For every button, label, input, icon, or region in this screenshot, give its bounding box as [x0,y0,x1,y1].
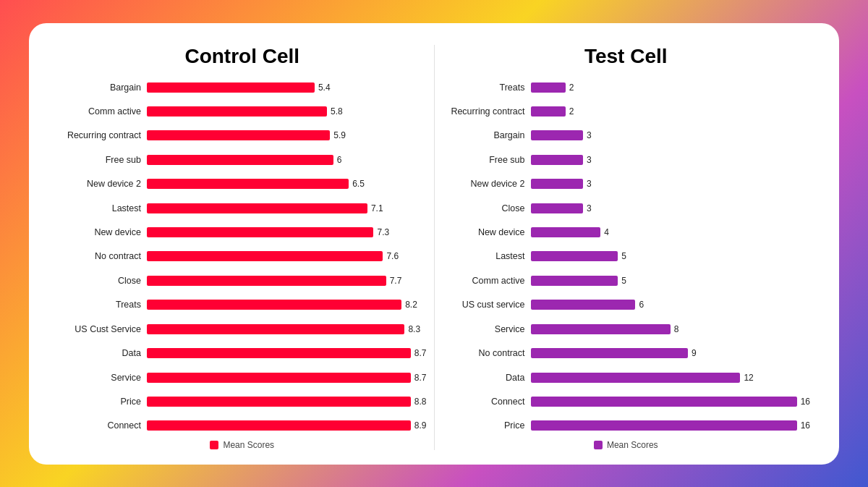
bar-fill [531,324,671,334]
bar-row: Bargain3 [442,127,811,143]
bar-fill [531,251,618,261]
bar-row: US Cust Service8.3 [58,321,427,337]
bar-fill [531,155,583,165]
bar-row: Connect16 [442,394,811,410]
bar-row: Service8.7 [58,370,427,386]
bar-track: 8.2 [147,300,427,310]
bar-track: 8.7 [147,348,427,358]
bar-track: 6 [531,300,811,310]
bar-label: Treats [58,300,141,310]
bar-value: 16 [801,420,810,431]
bar-fill [147,179,349,189]
bar-row: Treats2 [442,80,811,96]
bar-fill [147,420,411,431]
bar-track: 7.7 [147,276,427,286]
bar-value: 2 [569,82,574,93]
bar-label: Free sub [58,155,141,165]
bar-row: Data12 [442,370,811,386]
bar-value: 2 [569,106,574,117]
bar-fill [147,324,404,334]
bar-track: 8.3 [147,324,427,334]
bar-fill [531,130,583,140]
bar-label: Recurring contract [58,130,141,140]
bar-label: New device [58,227,141,237]
bar-row: US cust service6 [442,297,811,313]
bar-value: 8.8 [414,397,427,407]
bar-fill [147,155,333,165]
bar-value: 5 [621,251,626,261]
bar-track: 8.8 [147,397,427,407]
bar-label: New device 2 [58,179,141,189]
bar-row: Connect8.9 [58,418,427,433]
bar-fill [147,130,330,140]
bar-value: 8.9 [414,420,427,431]
bar-label: Bargain [58,82,141,93]
bar-track: 9 [531,348,811,358]
bar-row: Comm active5 [442,273,811,289]
bar-value: 5.9 [333,130,346,140]
bar-label: US cust service [442,300,525,310]
bar-fill [147,203,367,213]
bar-fill [147,397,411,407]
bar-fill [531,420,797,431]
bar-value: 3 [587,179,592,189]
bar-fill [531,276,618,286]
bar-fill [531,348,688,358]
bar-label: Price [442,420,525,431]
bar-fill [147,106,327,117]
bar-label: Lastest [58,203,141,213]
bar-track: 6 [147,155,427,165]
bar-track: 3 [531,203,811,213]
bar-value: 4 [604,227,609,237]
bar-track: 4 [531,227,811,237]
bar-value: 7.1 [371,203,383,213]
chart-divider [434,45,435,450]
bar-track: 16 [531,420,811,431]
bar-track: 8.9 [147,420,427,431]
control-chart-area: Bargain5.4Comm active5.8Recurring contra… [58,80,427,434]
bar-fill [531,82,566,93]
bar-value: 5.4 [318,82,331,93]
bar-track: 8 [531,324,811,334]
control-legend: Mean Scores [58,440,427,450]
bar-track: 7.3 [147,227,427,237]
bar-track: 3 [531,179,811,189]
bar-fill [531,203,583,213]
test-legend: Mean Scores [442,440,811,450]
bar-row: New device7.3 [58,224,427,240]
bar-label: Comm active [442,276,525,286]
bar-fill [147,373,411,383]
charts-container: Control Cell Bargain5.4Comm active5.8Rec… [58,45,810,450]
bar-row: Close7.7 [58,273,427,289]
bar-value: 5 [621,276,626,286]
bar-value: 7.7 [390,276,402,286]
bar-label: US Cust Service [58,324,141,334]
bar-label: Service [442,324,525,334]
bar-row: Lastest5 [442,248,811,264]
bar-fill [147,82,315,93]
bar-label: No contract [442,348,525,358]
bar-label: New device [442,227,525,237]
bar-value: 6.5 [352,179,365,189]
bar-value: 8.7 [414,348,427,358]
bar-track: 5.8 [147,106,427,117]
bar-track: 12 [531,373,811,383]
bar-value: 7.6 [386,251,399,261]
bar-label: New device 2 [442,179,525,189]
control-cell-section: Control Cell Bargain5.4Comm active5.8Rec… [58,45,427,450]
bar-track: 8.7 [147,373,427,383]
bar-label: Price [58,397,141,407]
bar-fill [531,397,797,407]
bar-fill [531,227,601,237]
bar-fill [531,373,741,383]
bar-track: 3 [531,130,811,140]
bar-row: New device 26.5 [58,176,427,192]
bar-row: Recurring contract2 [442,103,811,119]
bar-value: 12 [744,373,753,383]
bar-value: 3 [587,155,592,165]
bar-value: 9 [692,348,697,358]
bar-row: Free sub3 [442,152,811,168]
main-card: Control Cell Bargain5.4Comm active5.8Rec… [29,23,839,465]
bar-label: Treats [442,82,525,93]
bar-row: Service8 [442,321,811,337]
